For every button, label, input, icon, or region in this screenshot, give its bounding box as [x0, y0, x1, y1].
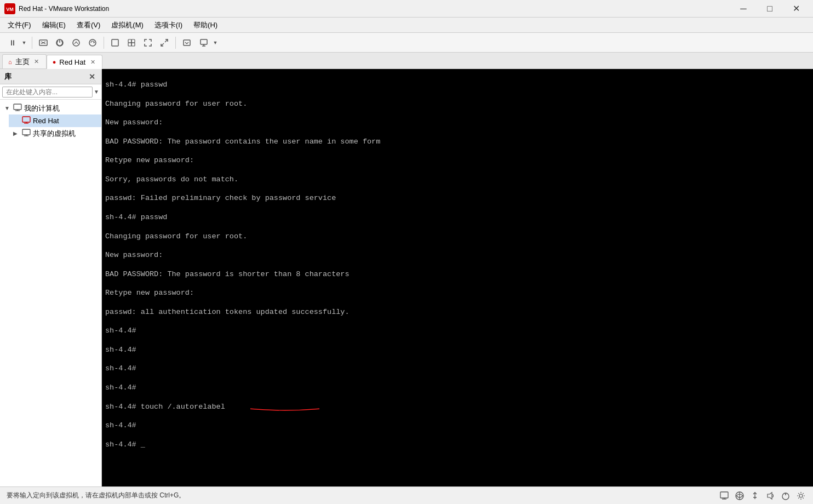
status-icon-usb[interactable]	[749, 490, 760, 501]
library-title: 库	[4, 72, 12, 82]
shared-vm-label: 共享的虚拟机	[33, 129, 76, 139]
svg-line-7	[75, 42, 76, 44]
svg-point-6	[73, 39, 79, 46]
status-bar: 要将输入定向到该虚拟机，请在虚拟机内部单击或按 Ctrl+G。	[0, 486, 813, 504]
term-line-3: BAD PASSWORD: The password contains the …	[105, 136, 810, 147]
maximize-button[interactable]: □	[757, 0, 782, 18]
menu-help[interactable]: 帮助(H)	[188, 19, 223, 31]
my-computer-label: 我的计算机	[24, 104, 60, 113]
pause-dropdown-icon: ▼	[20, 35, 28, 50]
home-tab-close[interactable]: ✕	[33, 58, 41, 66]
library-header: 库 ✕	[0, 69, 101, 84]
terminal-area[interactable]: sh-4.4# passwd Changing password for use…	[102, 69, 813, 486]
console-button[interactable]	[179, 35, 194, 50]
svg-marker-35	[768, 492, 772, 499]
minimize-button[interactable]: ─	[731, 0, 756, 18]
tree-item-my-computer[interactable]: ▼ 我的计算机	[0, 102, 101, 114]
library-tree: ▼ 我的计算机 Red Hat ▶	[0, 100, 101, 486]
screen-dropdown-icon: ▼	[211, 35, 219, 50]
svg-rect-13	[128, 43, 131, 46]
unity-button[interactable]	[124, 35, 139, 50]
separator-3	[175, 37, 176, 49]
status-icon-display[interactable]	[719, 490, 730, 501]
screen-icon	[196, 35, 211, 50]
tree-item-shared-vm[interactable]: ▶ 共享的虚拟机	[9, 127, 101, 140]
pause-icon: ⏸	[5, 35, 20, 50]
term-line-11: Retype new password:	[105, 288, 810, 299]
close-button[interactable]: ✕	[783, 0, 809, 18]
library-search: ▼	[0, 84, 101, 100]
redhat-tab-close[interactable]: ✕	[89, 58, 96, 66]
library-close-button[interactable]: ✕	[87, 72, 97, 82]
svg-point-9	[89, 39, 96, 46]
window-title: Red Hat - VMware Workstation	[19, 5, 731, 13]
term-line-5: Sorry, passwords do not match.	[105, 174, 810, 185]
redhat-tab-label: Red Hat	[59, 58, 85, 66]
svg-rect-11	[128, 39, 131, 43]
menu-file[interactable]: 文件(F)	[2, 19, 37, 31]
tab-home[interactable]: ⌂ 主页 ✕	[2, 54, 47, 68]
redhat-tab-icon: ●	[53, 59, 56, 65]
term-line-10: BAD PASSWORD: The password is shorter th…	[105, 269, 810, 280]
screen-btn-group[interactable]: ▼	[196, 35, 220, 51]
svg-line-8	[76, 42, 78, 44]
main-content: 库 ✕ ▼ ▼ 我的计算机 Red Hat	[0, 69, 813, 486]
status-icon-power[interactable]	[780, 490, 791, 501]
menu-view[interactable]: 查看(V)	[71, 19, 106, 31]
term-line-14: sh-4.4#	[105, 345, 810, 356]
term-line-6: passwd: Failed preliminary check by pass…	[105, 193, 810, 204]
snapshot-button[interactable]	[85, 35, 100, 50]
tab-redhat[interactable]: ● Red Hat ✕	[47, 55, 102, 69]
svg-rect-12	[131, 39, 135, 43]
term-line-8: Changing password for user root.	[105, 231, 810, 242]
zoom-button[interactable]	[157, 35, 172, 50]
term-line-1: Changing password for user root.	[105, 99, 810, 110]
term-line-15: sh-4.4#	[105, 363, 810, 374]
search-dropdown-icon[interactable]: ▼	[94, 89, 99, 95]
svg-point-37	[799, 494, 803, 497]
svg-rect-14	[131, 43, 135, 46]
status-message: 要将输入定向到该虚拟机，请在虚拟机内部单击或按 Ctrl+G。	[7, 491, 185, 500]
svg-rect-18	[201, 39, 207, 44]
term-line-17: sh-4.4# touch /.autorelabel	[105, 402, 810, 413]
menu-edit[interactable]: 编辑(E)	[37, 19, 71, 31]
full-screen-button[interactable]	[140, 35, 156, 50]
toolbar: ⏸ ▼ ▼	[0, 33, 813, 53]
expand-icon-3: ▶	[13, 130, 20, 136]
tab-bar: ⌂ 主页 ✕ ● Red Hat ✕	[0, 53, 813, 69]
svg-rect-10	[112, 39, 118, 46]
library-search-input[interactable]	[2, 87, 93, 98]
home-tab-label: 主页	[15, 57, 30, 67]
svg-rect-17	[184, 40, 190, 45]
tree-group-my-computer: Red Hat ▶ 共享的虚拟机	[0, 114, 101, 140]
term-line-19: sh-4.4# _	[105, 439, 810, 450]
send-ctrl-alt-del-button[interactable]	[36, 35, 51, 50]
red-hat-label: Red Hat	[33, 117, 59, 125]
power-on-button[interactable]	[52, 35, 67, 50]
term-line-16: sh-4.4#	[105, 382, 810, 393]
svg-text:VM: VM	[6, 7, 14, 12]
term-line-0: sh-4.4# passwd	[105, 79, 810, 90]
status-icon-audio[interactable]	[765, 490, 776, 501]
term-line-7: sh-4.4# passwd	[105, 212, 810, 223]
window-controls: ─ □ ✕	[731, 0, 809, 18]
normal-view-button[interactable]	[107, 35, 123, 50]
computer-icon	[13, 103, 22, 113]
app-icon: VM	[4, 3, 15, 14]
term-line-4: Retype new password:	[105, 155, 810, 166]
term-line-9: New password:	[105, 250, 810, 261]
suspend-button[interactable]	[68, 35, 84, 50]
status-icon-network[interactable]	[734, 490, 745, 501]
menu-bar: 文件(F) 编辑(E) 查看(V) 虚拟机(M) 选项卡(I) 帮助(H)	[0, 18, 813, 33]
menu-tabs[interactable]: 选项卡(I)	[149, 19, 188, 31]
separator-2	[104, 37, 104, 49]
tree-item-red-hat[interactable]: Red Hat	[9, 114, 101, 127]
separator-1	[32, 37, 32, 49]
svg-rect-21	[14, 104, 21, 110]
term-line-2: New password:	[105, 117, 810, 128]
term-line-18: sh-4.4#	[105, 420, 810, 431]
pause-btn-group[interactable]: ⏸ ▼	[4, 35, 28, 51]
title-bar: VM Red Hat - VMware Workstation ─ □ ✕	[0, 0, 813, 18]
menu-vm[interactable]: 虚拟机(M)	[106, 19, 149, 31]
status-icon-settings[interactable]	[795, 490, 806, 501]
